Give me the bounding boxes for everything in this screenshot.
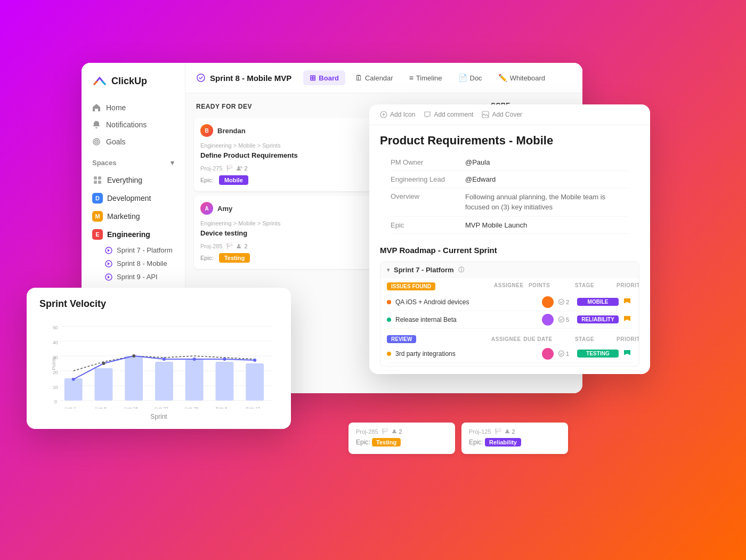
board-icon: ⊞ — [310, 74, 316, 82]
assignees-icon-4 — [505, 428, 511, 434]
prop-value-pm: @Paula — [465, 154, 629, 171]
add-icon-icon — [380, 111, 387, 118]
brendan-assignees: 2 — [237, 165, 248, 172]
svg-point-17 — [559, 317, 564, 322]
issue-avatar-qa — [542, 296, 554, 308]
roadmap-section: MVP Roadmap - Current Sprint ▾ Sprint 7 … — [369, 238, 650, 374]
people-icon — [237, 165, 243, 172]
svg-rect-38 — [246, 363, 264, 401]
sprint-icon-3 — [105, 273, 112, 281]
grid-icon — [93, 176, 102, 184]
issue-name-qa: QA iOS + Android devices — [395, 298, 537, 306]
nav-goals[interactable]: Goals — [82, 133, 185, 150]
sidebar-item-everything[interactable]: Everything — [82, 171, 185, 189]
amy-name: Amy — [217, 205, 232, 213]
issue-row-beta[interactable]: Release internal Beta 5 RELIABILITY — [387, 311, 633, 329]
sprint-chevron: ▾ — [387, 267, 390, 273]
engineering-badge: E — [92, 229, 103, 240]
doc-icon: 📄 — [458, 74, 467, 82]
priority-flag-beta — [624, 316, 630, 323]
bottom-card-1[interactable]: Proj-285 🏳️ 2 Epic: Testing — [348, 423, 455, 454]
priority-flag-qa — [624, 298, 630, 306]
svg-point-12 — [240, 166, 242, 168]
svg-text:0: 0 — [54, 399, 57, 404]
velocity-panel: Sprint Velocity 0 10 20 30 40 50 Points — [27, 288, 291, 429]
velocity-title: Sprint Velocity — [39, 298, 278, 310]
svg-rect-4 — [98, 176, 101, 180]
issue-stage-beta: RELIABILITY — [577, 315, 619, 323]
issue-name-3rdparty: 3rd party integrations — [395, 350, 537, 358]
chart-x-label: Sprint — [39, 413, 278, 420]
add-cover-label: Add Cover — [492, 111, 522, 118]
svg-text:Points: Points — [51, 356, 56, 370]
tab-board-label: Board — [319, 74, 339, 82]
sidebar-item-marketing[interactable]: M Marketing — [82, 207, 185, 225]
sprint-group-header[interactable]: ▾ Sprint 7 - Platform ⓘ — [380, 262, 639, 278]
svg-rect-34 — [125, 356, 143, 401]
svg-text:Sep 5: Sep 5 — [216, 406, 228, 409]
whiteboard-icon: ✏️ — [498, 74, 507, 82]
brendan-assignee-row: B Brendan — [200, 124, 246, 137]
nav-notifications[interactable]: Notifications — [82, 116, 185, 133]
issue-stage-qa: MOBILE — [577, 298, 619, 306]
sidebar-item-development[interactable]: D Development — [82, 189, 185, 207]
brendan-task-id: Proj-275 — [200, 165, 223, 172]
tab-calendar[interactable]: 🗓 Calendar — [348, 70, 400, 85]
points-icon-2 — [558, 316, 564, 322]
spaces-header: Spaces ▾ — [82, 150, 185, 171]
tab-doc[interactable]: 📄 Doc — [452, 70, 489, 85]
assignees-icon-3 — [392, 428, 398, 434]
spaces-label: Spaces — [92, 159, 117, 167]
tab-whiteboard[interactable]: ✏️ Whiteboard — [492, 70, 552, 85]
svg-text:50: 50 — [53, 325, 58, 330]
sidebar-item-development-label: Development — [107, 194, 151, 202]
nav-goals-label: Goals — [106, 137, 126, 146]
tab-whiteboard-label: Whiteboard — [510, 74, 545, 82]
issue-row-qa[interactable]: QA iOS + Android devices 2 MOBILE — [387, 294, 633, 311]
add-comment-label: Add comment — [434, 111, 473, 118]
bottom-card-2[interactable]: Proj-125 🏳️ 2 Epic: Reliability — [461, 423, 568, 454]
sprint-group-name: Sprint 7 - Platform — [394, 266, 454, 274]
issue-avatar-3rdparty — [542, 348, 554, 360]
svg-point-40 — [102, 362, 105, 365]
properties-table: PM Owner @Paula Engineering Lead @Edward… — [391, 154, 629, 233]
add-icon-action[interactable]: Add Icon — [380, 111, 415, 118]
issues-found-cols: ASSIGNEE POINTS STAGE PRIORITY — [494, 282, 633, 290]
nav-home-label: Home — [106, 103, 126, 112]
svg-text:Aug 22: Aug 22 — [154, 406, 168, 409]
issues-found-header: ISSUES FOUND ASSIGNEE POINTS STAGE PRIOR… — [387, 278, 633, 294]
sidebar-item-engineering[interactable]: E Engineering — [82, 225, 185, 244]
tab-board[interactable]: ⊞ Board — [303, 70, 345, 85]
sprint-info-icon: ⓘ — [458, 266, 464, 274]
nav-home[interactable]: Home — [82, 99, 185, 116]
svg-text:Aug 29: Aug 29 — [184, 406, 199, 409]
panel-toolbar: Add Icon Add comment Add Cover — [369, 104, 650, 125]
sidebar-sprint8-label: Sprint 8 - Mobile — [117, 259, 167, 267]
add-comment-action[interactable]: Add comment — [424, 111, 473, 118]
svg-text:Aug 8: Aug 8 — [95, 406, 107, 409]
spaces-toggle-icon[interactable]: ▾ — [171, 159, 174, 167]
prop-row-epic: Epic MVP Mobile Launch — [391, 216, 629, 233]
people-icon-2 — [237, 243, 243, 249]
col-priority-1: PRIORITY — [617, 282, 633, 288]
sidebar-item-sprint9[interactable]: Sprint 9 - API — [82, 270, 185, 283]
add-cover-action[interactable]: Add Cover — [482, 111, 522, 118]
roadmap-title: MVP Roadmap - Current Sprint — [380, 246, 639, 255]
review-col-priority: PRIORITY — [617, 336, 633, 342]
svg-point-43 — [193, 358, 196, 361]
points-icon-1 — [558, 299, 564, 305]
brendan-epic-badge: Mobile — [219, 175, 248, 185]
comment-icon — [424, 111, 431, 118]
column-ready-title: READY FOR DEV — [196, 103, 252, 110]
tab-timeline[interactable]: ≡ Timeline — [403, 70, 449, 85]
issue-points-beta: 5 — [558, 316, 577, 323]
cover-icon — [482, 111, 489, 118]
sidebar-item-sprint8[interactable]: Sprint 8 - Mobile — [82, 257, 185, 270]
sidebar-item-sprint7[interactable]: Sprint 7 - Platform — [82, 244, 185, 257]
qa-points-val: 2 — [566, 299, 569, 305]
issue-row-3rdparty[interactable]: 3rd party integrations 1 TESTING — [387, 345, 633, 363]
svg-rect-5 — [94, 181, 97, 184]
prop-value-overview: Following annual planning, the Mobile te… — [465, 188, 629, 216]
svg-point-16 — [559, 299, 564, 305]
panel-title: Product Requirements - Mobile — [369, 125, 650, 154]
